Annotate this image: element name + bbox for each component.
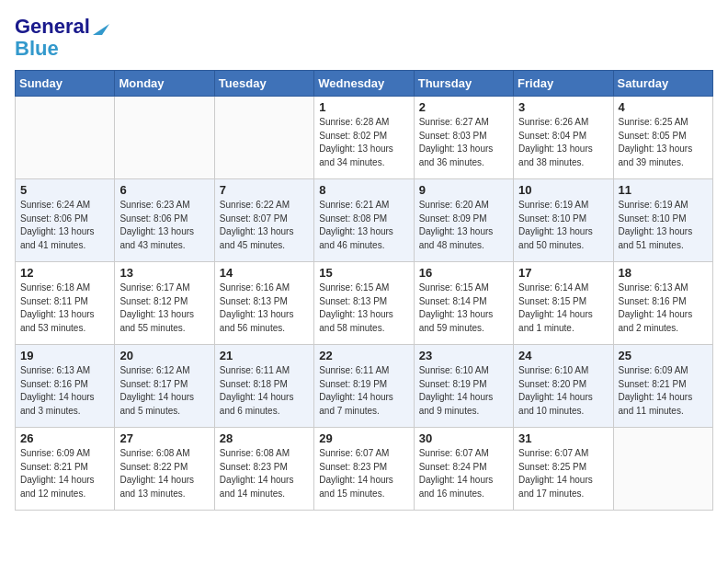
- calendar-cell: 3 Sunrise: 6:26 AM Sunset: 8:04 PM Dayli…: [514, 97, 613, 179]
- calendar-cell: 28 Sunrise: 6:08 AM Sunset: 8:23 PM Dayl…: [214, 428, 313, 511]
- week-row-1: 1 Sunrise: 6:28 AM Sunset: 8:02 PM Dayli…: [16, 97, 713, 179]
- calendar-cell: 11 Sunrise: 6:19 AM Sunset: 8:10 PM Dayl…: [613, 179, 712, 262]
- calendar-cell: [613, 428, 712, 511]
- day-number: 2: [419, 100, 508, 114]
- day-info: Sunrise: 6:13 AM Sunset: 8:16 PM Dayligh…: [619, 282, 708, 335]
- day-info: Sunrise: 6:10 AM Sunset: 8:20 PM Dayligh…: [518, 364, 608, 418]
- day-info: Sunrise: 6:09 AM Sunset: 8:21 PM Dayligh…: [619, 364, 708, 418]
- calendar-cell: 14 Sunrise: 6:16 AM Sunset: 8:13 PM Dayl…: [214, 262, 313, 345]
- calendar-cell: 15 Sunrise: 6:15 AM Sunset: 8:13 PM Dayl…: [314, 262, 414, 345]
- col-header-monday: Monday: [115, 71, 214, 97]
- day-number: 9: [419, 183, 508, 197]
- day-info: Sunrise: 6:07 AM Sunset: 8:25 PM Dayligh…: [518, 447, 608, 500]
- day-info: Sunrise: 6:25 AM Sunset: 8:05 PM Dayligh…: [619, 116, 708, 169]
- week-row-2: 5 Sunrise: 6:24 AM Sunset: 8:06 PM Dayli…: [16, 179, 713, 262]
- calendar-cell: 12 Sunrise: 6:18 AM Sunset: 8:11 PM Dayl…: [16, 262, 115, 345]
- day-number: 19: [20, 349, 109, 362]
- calendar-cell: 1 Sunrise: 6:28 AM Sunset: 8:02 PM Dayli…: [314, 97, 414, 179]
- calendar-cell: 21 Sunrise: 6:11 AM Sunset: 8:18 PM Dayl…: [214, 345, 313, 428]
- day-info: Sunrise: 6:27 AM Sunset: 8:03 PM Dayligh…: [419, 116, 508, 169]
- week-row-5: 26 Sunrise: 6:09 AM Sunset: 8:21 PM Dayl…: [16, 428, 713, 511]
- day-number: 20: [119, 349, 209, 362]
- calendar-cell: 25 Sunrise: 6:09 AM Sunset: 8:21 PM Dayl…: [613, 345, 712, 428]
- day-number: 24: [518, 349, 608, 362]
- day-number: 16: [419, 266, 508, 280]
- calendar-cell: 2 Sunrise: 6:27 AM Sunset: 8:03 PM Dayli…: [414, 97, 513, 179]
- calendar-cell: 17 Sunrise: 6:14 AM Sunset: 8:15 PM Dayl…: [514, 262, 613, 345]
- calendar-cell: 10 Sunrise: 6:19 AM Sunset: 8:10 PM Dayl…: [514, 179, 613, 262]
- day-number: 17: [518, 266, 608, 280]
- day-info: Sunrise: 6:28 AM Sunset: 8:02 PM Dayligh…: [319, 116, 408, 169]
- day-number: 22: [319, 349, 408, 362]
- day-info: Sunrise: 6:07 AM Sunset: 8:24 PM Dayligh…: [419, 447, 508, 500]
- day-number: 12: [20, 266, 109, 280]
- day-info: Sunrise: 6:20 AM Sunset: 8:09 PM Dayligh…: [419, 199, 508, 252]
- day-number: 8: [319, 183, 408, 197]
- calendar-cell: 6 Sunrise: 6:23 AM Sunset: 8:06 PM Dayli…: [115, 179, 214, 262]
- calendar-cell: 19 Sunrise: 6:13 AM Sunset: 8:16 PM Dayl…: [16, 345, 115, 428]
- col-header-sunday: Sunday: [16, 71, 115, 97]
- calendar-cell: [214, 97, 313, 179]
- day-info: Sunrise: 6:11 AM Sunset: 8:19 PM Dayligh…: [319, 364, 408, 418]
- calendar-header-row: SundayMondayTuesdayWednesdayThursdayFrid…: [16, 71, 713, 97]
- calendar-cell: [115, 97, 214, 179]
- day-number: 6: [119, 183, 209, 197]
- day-info: Sunrise: 6:10 AM Sunset: 8:19 PM Dayligh…: [419, 364, 508, 418]
- day-number: 31: [518, 431, 608, 445]
- day-info: Sunrise: 6:14 AM Sunset: 8:15 PM Dayligh…: [518, 282, 608, 335]
- col-header-wednesday: Wednesday: [314, 71, 414, 97]
- day-number: 23: [419, 349, 508, 362]
- day-info: Sunrise: 6:13 AM Sunset: 8:16 PM Dayligh…: [20, 364, 109, 418]
- day-number: 29: [319, 431, 408, 445]
- calendar-cell: 24 Sunrise: 6:10 AM Sunset: 8:20 PM Dayl…: [514, 345, 613, 428]
- day-info: Sunrise: 6:21 AM Sunset: 8:08 PM Dayligh…: [319, 199, 408, 252]
- day-info: Sunrise: 6:22 AM Sunset: 8:07 PM Dayligh…: [220, 199, 309, 252]
- page-header: General Blue: [15, 15, 713, 59]
- calendar-table: SundayMondayTuesdayWednesdayThursdayFrid…: [15, 70, 713, 511]
- calendar-cell: 27 Sunrise: 6:08 AM Sunset: 8:22 PM Dayl…: [115, 428, 214, 511]
- day-number: 1: [319, 100, 408, 114]
- day-number: 13: [119, 266, 209, 280]
- calendar-cell: 5 Sunrise: 6:24 AM Sunset: 8:06 PM Dayli…: [16, 179, 115, 262]
- day-number: 18: [619, 266, 708, 280]
- svg-marker-0: [93, 24, 109, 35]
- day-number: 3: [518, 100, 608, 114]
- col-header-tuesday: Tuesday: [214, 71, 313, 97]
- day-number: 26: [20, 431, 109, 445]
- calendar-cell: 8 Sunrise: 6:21 AM Sunset: 8:08 PM Dayli…: [314, 179, 414, 262]
- calendar-cell: 18 Sunrise: 6:13 AM Sunset: 8:16 PM Dayl…: [613, 262, 712, 345]
- calendar-cell: 4 Sunrise: 6:25 AM Sunset: 8:05 PM Dayli…: [613, 97, 712, 179]
- day-number: 5: [20, 183, 109, 197]
- day-number: 28: [220, 431, 309, 445]
- day-number: 25: [619, 349, 708, 362]
- calendar-cell: 13 Sunrise: 6:17 AM Sunset: 8:12 PM Dayl…: [115, 262, 214, 345]
- calendar-cell: 7 Sunrise: 6:22 AM Sunset: 8:07 PM Dayli…: [214, 179, 313, 262]
- day-info: Sunrise: 6:07 AM Sunset: 8:23 PM Dayligh…: [319, 447, 408, 500]
- col-header-thursday: Thursday: [414, 71, 513, 97]
- calendar-cell: 9 Sunrise: 6:20 AM Sunset: 8:09 PM Dayli…: [414, 179, 513, 262]
- calendar-cell: 23 Sunrise: 6:10 AM Sunset: 8:19 PM Dayl…: [414, 345, 513, 428]
- calendar-cell: [16, 97, 115, 179]
- calendar-cell: 30 Sunrise: 6:07 AM Sunset: 8:24 PM Dayl…: [414, 428, 513, 511]
- calendar-cell: 20 Sunrise: 6:12 AM Sunset: 8:17 PM Dayl…: [115, 345, 214, 428]
- day-info: Sunrise: 6:08 AM Sunset: 8:23 PM Dayligh…: [220, 447, 309, 500]
- logo-text: General: [15, 17, 90, 37]
- calendar-cell: 29 Sunrise: 6:07 AM Sunset: 8:23 PM Dayl…: [314, 428, 414, 511]
- day-number: 11: [619, 183, 708, 197]
- day-info: Sunrise: 6:11 AM Sunset: 8:18 PM Dayligh…: [220, 364, 309, 418]
- day-number: 10: [518, 183, 608, 197]
- day-info: Sunrise: 6:16 AM Sunset: 8:13 PM Dayligh…: [220, 282, 309, 335]
- day-number: 14: [220, 266, 309, 280]
- calendar-cell: 31 Sunrise: 6:07 AM Sunset: 8:25 PM Dayl…: [514, 428, 613, 511]
- calendar-cell: 16 Sunrise: 6:15 AM Sunset: 8:14 PM Dayl…: [414, 262, 513, 345]
- day-number: 15: [319, 266, 408, 280]
- day-info: Sunrise: 6:08 AM Sunset: 8:22 PM Dayligh…: [119, 447, 209, 500]
- day-info: Sunrise: 6:17 AM Sunset: 8:12 PM Dayligh…: [119, 282, 209, 335]
- day-info: Sunrise: 6:18 AM Sunset: 8:11 PM Dayligh…: [20, 282, 109, 335]
- logo-blue-text: Blue: [15, 39, 59, 59]
- day-number: 30: [419, 431, 508, 445]
- day-info: Sunrise: 6:12 AM Sunset: 8:17 PM Dayligh…: [119, 364, 209, 418]
- calendar-cell: 26 Sunrise: 6:09 AM Sunset: 8:21 PM Dayl…: [16, 428, 115, 511]
- day-number: 7: [220, 183, 309, 197]
- day-info: Sunrise: 6:15 AM Sunset: 8:13 PM Dayligh…: [319, 282, 408, 335]
